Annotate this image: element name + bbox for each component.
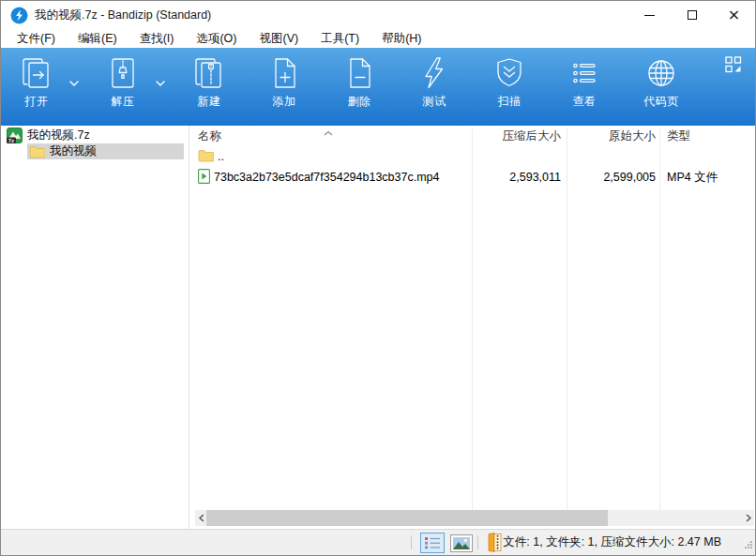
open-button[interactable]: 打开	[12, 48, 61, 110]
file-name: ..	[218, 146, 224, 167]
packed-size: 2,593,011	[474, 167, 561, 188]
open-archive-icon	[19, 55, 54, 91]
toolbar: 打开 解压 新建	[1, 48, 755, 126]
new-archive-button[interactable]: 新建	[185, 48, 234, 110]
tree-item-folder-selected[interactable]: 我的视频	[27, 143, 184, 159]
resize-grip-icon	[744, 540, 753, 549]
original-size: 2,599,005	[568, 167, 656, 188]
layout-toggle-button[interactable]	[725, 56, 742, 77]
svg-text:7z: 7z	[8, 138, 14, 143]
archive-info-button[interactable]	[485, 533, 505, 556]
test-archive-label: 测试	[423, 94, 446, 110]
media-file-icon	[198, 167, 210, 188]
scrollbar-thumb[interactable]	[206, 510, 608, 526]
details-view-button[interactable]	[420, 533, 445, 553]
resize-grip[interactable]	[744, 536, 753, 553]
file-list-panel: 名称 压缩后大小 原始大小 类型 ..	[195, 126, 754, 529]
column-header-original-size[interactable]: 原始大小	[568, 126, 656, 146]
file-type: MP4 文件	[667, 167, 718, 188]
folder-icon	[198, 146, 214, 167]
test-archive-icon	[416, 55, 452, 91]
minimize-icon	[644, 15, 655, 16]
title-bar: 我的视频.7z - Bandizip (Standard) ×	[1, 1, 755, 29]
image-preview-icon	[453, 537, 470, 549]
file-name: 73bc3a2b73e5dcaf7f354294b13cb37c.mp4	[214, 167, 440, 188]
extract-dropdown-button[interactable]	[153, 80, 168, 87]
open-label: 打开	[25, 94, 49, 110]
chevron-down-icon	[155, 80, 166, 87]
scan-virus-button[interactable]: 扫描	[485, 48, 534, 110]
view-file-button[interactable]: 查看	[560, 48, 609, 110]
layout-toggle-icon	[725, 56, 742, 73]
codepage-button[interactable]: 代码页	[631, 48, 691, 110]
bandizip-logo-icon	[10, 7, 28, 24]
view-file-label: 查看	[573, 94, 597, 110]
extract-label: 解压	[112, 94, 135, 110]
bandizip-window: 我的视频.7z - Bandizip (Standard) × 文件(F) 编辑…	[0, 0, 756, 556]
original-size	[568, 146, 656, 167]
horizontal-scrollbar[interactable]	[195, 510, 754, 526]
list-row-parent-dir[interactable]: ..	[195, 146, 754, 167]
menu-help[interactable]: 帮助(H)	[374, 29, 429, 49]
scroll-right-button[interactable]	[742, 510, 754, 526]
delete-files-button[interactable]: 删除	[335, 48, 384, 110]
close-button[interactable]: ×	[713, 1, 755, 29]
chevron-left-icon	[199, 514, 204, 522]
new-archive-label: 新建	[198, 94, 221, 110]
menu-options[interactable]: 选项(O)	[189, 29, 244, 49]
codepage-label: 代码页	[643, 94, 679, 110]
add-files-icon	[266, 55, 302, 91]
open-dropdown-button[interactable]	[67, 80, 82, 87]
minimize-button[interactable]	[628, 1, 671, 29]
menu-view[interactable]: 视图(V)	[252, 29, 307, 49]
scan-virus-icon	[491, 55, 527, 91]
menu-tools[interactable]: 工具(T)	[313, 29, 367, 49]
archive-7z-icon: 7z	[7, 128, 23, 143]
folder-icon	[29, 145, 45, 158]
extract-button[interactable]: 解压	[98, 48, 147, 110]
add-files-label: 添加	[273, 94, 296, 110]
archive-info-icon	[485, 533, 505, 552]
delete-files-icon	[341, 55, 377, 91]
status-separator	[477, 535, 478, 549]
codepage-icon	[643, 55, 679, 91]
tree-item-archive-root[interactable]: 7z 我的视频.7z	[1, 128, 189, 143]
delete-files-label: 删除	[348, 94, 371, 110]
menu-file[interactable]: 文件(F)	[9, 29, 63, 49]
column-header-packed-size[interactable]: 压缩后大小	[474, 126, 561, 146]
extract-icon	[105, 55, 141, 91]
menu-bar: 文件(F) 编辑(E) 查找(I) 选项(O) 视图(V) 工具(T) 帮助(H…	[1, 29, 755, 48]
status-bar: 文件: 1, 文件夹: 1, 压缩文件大小: 2.47 MB	[1, 529, 755, 555]
packed-size	[474, 146, 561, 167]
details-view-icon	[424, 536, 441, 549]
window-title: 我的视频.7z - Bandizip (Standard)	[35, 8, 211, 23]
chevron-right-icon	[746, 514, 751, 522]
view-file-icon	[567, 55, 602, 91]
close-icon: ×	[728, 8, 740, 23]
tree-item-label: 我的视频	[50, 143, 97, 159]
archive-tree-panel: 7z 我的视频.7z 我的视频	[1, 126, 189, 529]
maximize-icon	[688, 10, 697, 20]
column-header-name[interactable]: 名称	[198, 126, 221, 146]
test-archive-button[interactable]: 测试	[410, 48, 459, 110]
status-summary: 文件: 1, 文件夹: 1, 压缩文件大小: 2.47 MB	[503, 530, 721, 556]
status-separator	[411, 535, 412, 549]
tree-item-label: 我的视频.7z	[27, 128, 90, 143]
maximize-button[interactable]	[671, 1, 713, 29]
add-files-button[interactable]: 添加	[260, 48, 309, 110]
menu-find[interactable]: 查找(I)	[132, 29, 182, 49]
chevron-down-icon	[68, 80, 80, 87]
column-header-type[interactable]: 类型	[667, 126, 690, 146]
list-row-mp4-file[interactable]: 73bc3a2b73e5dcaf7f354294b13cb37c.mp4 2,5…	[195, 167, 754, 188]
scan-virus-label: 扫描	[498, 94, 522, 110]
new-archive-icon	[191, 55, 227, 91]
sort-ascending-icon	[323, 124, 334, 141]
image-preview-button[interactable]	[450, 534, 473, 552]
menu-edit[interactable]: 编辑(E)	[70, 29, 125, 49]
